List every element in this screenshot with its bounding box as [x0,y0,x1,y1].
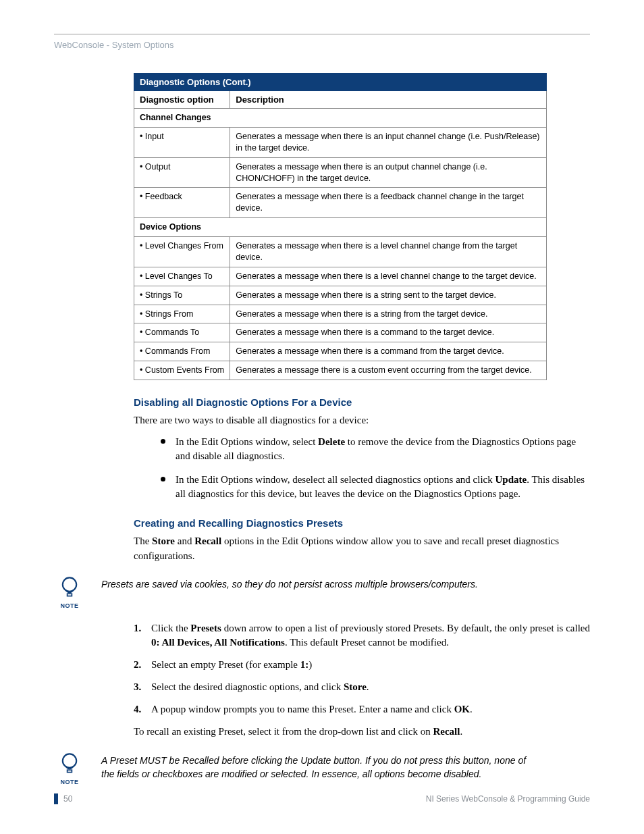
table-row: • Level Changes ToGenerates a message wh… [134,267,547,286]
heading-disabling: Disabling all Diagnostic Options For a D… [134,396,590,408]
paragraph: The Store and Recall options in the Edit… [134,534,590,564]
note-block: NOTE Presets are saved via cookies, so t… [54,575,590,609]
table-section-device-options: Device Options [134,218,547,237]
lightbulb-icon [58,752,81,775]
note-text: A Preset MUST be Recalled before clickin… [101,752,590,781]
table-row: • Strings ToGenerates a message when the… [134,286,547,305]
table-col-option: Diagnostic option [134,91,230,109]
step-item: Select the desired diagnostic options, a… [134,680,590,694]
footer-title: NI Series WebConsole & Programming Guide [426,794,590,804]
table-row: • Commands ToGenerates a message when th… [134,323,547,342]
svg-rect-1 [68,594,72,596]
note-block: NOTE A Preset MUST be Recalled before cl… [54,752,590,785]
step-item: A popup window prompts you to name this … [134,702,590,716]
note-icon: NOTE [54,752,85,785]
step-item: Click the Presets down arrow to open a l… [134,621,590,650]
page-number: 50 [63,794,72,804]
running-header: WebConsole - System Options [54,40,590,50]
list-item: In the Edit Options window, select Delet… [161,435,590,463]
page-footer: 50 NI Series WebConsole & Programming Gu… [54,793,590,804]
paragraph: To recall an existing Preset, select it … [134,725,590,739]
svg-point-0 [63,578,76,592]
note-icon: NOTE [54,575,85,609]
table-row: • Commands FromGenerates a message when … [134,342,547,361]
list-item: In the Edit Options window, deselect all… [161,473,590,501]
table-row: • Level Changes FromGenerates a message … [134,237,547,267]
table-title: Diagnostic Options (Cont.) [134,74,547,91]
table-section-channel-changes: Channel Changes [134,109,547,128]
heading-presets: Creating and Recalling Diagnostics Prese… [134,517,590,529]
svg-point-2 [63,754,76,767]
table-row: • FeedbackGenerates a message when there… [134,188,547,218]
table-row: • Custom Events FromGenerates a message … [134,361,547,380]
table-row: • Strings FromGenerates a message when t… [134,305,547,323]
paragraph: There are two ways to disable all diagno… [134,413,590,428]
table-col-description: Description [230,91,547,109]
table-row: • OutputGenerates a message when there i… [134,157,547,188]
table-row: • InputGenerates a message when there is… [134,127,547,157]
diagnostic-options-table: Diagnostic Options (Cont.) Diagnostic op… [134,73,547,380]
lightbulb-icon [58,575,81,598]
note-text: Presets are saved via cookies, so they d… [101,575,590,592]
svg-rect-3 [68,770,72,772]
step-item: Select an empty Preset (for example 1:) [134,658,590,672]
